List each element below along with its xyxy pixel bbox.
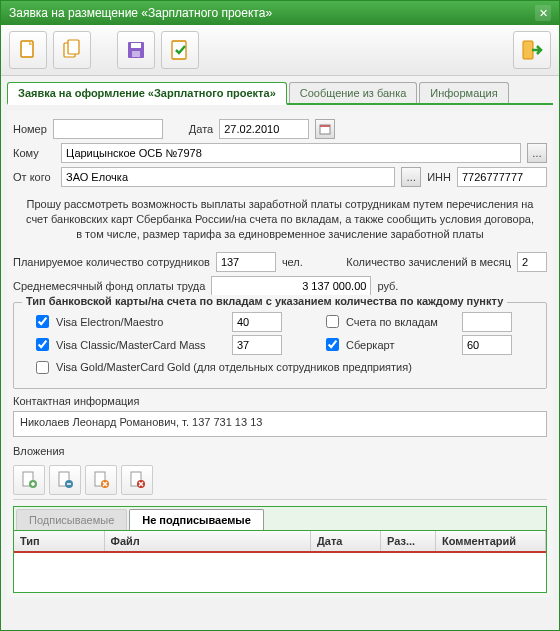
lbl-visa-gold: Visa Gold/MasterCard Gold (для отдельных… [56,361,412,373]
label-credits-month: Количество зачислений в месяц [346,256,511,268]
subtab-signable[interactable]: Подписываемые [16,509,127,530]
cb-visa-electron[interactable] [36,315,49,328]
cb-visa-gold[interactable] [36,361,49,374]
label-inn: ИНН [427,171,451,183]
titlebar: Заявка на размещение «Зарплатного проект… [1,1,559,25]
save-button[interactable] [117,31,155,69]
tab-bank-message[interactable]: Сообщение из банка [289,82,418,103]
lbl-sbercard: Сберкарт [346,339,394,351]
label-planned-emp: Планируемое количество сотрудников [13,256,210,268]
svg-rect-8 [523,41,533,59]
check-button[interactable] [161,31,199,69]
avg-fund-field[interactable] [211,276,371,296]
cb-deposit-accounts[interactable] [326,315,339,328]
col-size[interactable]: Раз... [381,531,436,552]
lbl-deposit-accounts: Счета по вкладам [346,316,438,328]
window-title: Заявка на размещение «Зарплатного проект… [9,6,272,20]
fieldset-legend: Тип банковской карты/на счета по вкладам… [22,295,507,307]
label-people: чел. [282,256,303,268]
lbl-visa-classic: Visa Classic/MasterCard Mass [56,339,206,351]
label-number: Номер [13,123,47,135]
description-text: Прошу рассмотреть возможность выплаты за… [13,191,547,248]
number-field[interactable] [53,119,163,139]
app-window: Заявка на размещение «Зарплатного проект… [0,0,560,631]
attach-delete-button[interactable] [121,465,153,495]
inn-field[interactable] [457,167,547,187]
card-types-fieldset: Тип банковской карты/на счета по вкладам… [13,302,547,389]
svg-rect-10 [320,125,330,127]
col-comment[interactable]: Комментарий [436,531,546,552]
attachment-subtabs: Подписываемые Не подписываемые [13,506,547,531]
tab-info[interactable]: Информация [419,82,508,103]
contact-info-field[interactable]: Николаев Леонард Романович, т. 137 731 1… [13,411,547,437]
attachments-grid[interactable]: Тип Файл Дата Раз... Комментарий [14,531,546,592]
grid-empty [14,552,546,592]
col-date[interactable]: Дата [311,531,381,552]
subtab-not-signable[interactable]: Не подписываемые [129,509,264,530]
label-rub: руб. [377,280,398,292]
svg-rect-7 [172,41,186,59]
count-visa-classic[interactable] [232,335,282,355]
attach-add-button[interactable] [13,465,45,495]
count-visa-electron[interactable] [232,312,282,332]
date-picker-button[interactable] [315,119,335,139]
toolbar [1,25,559,76]
label-attachments: Вложения [13,445,65,457]
count-sbercard[interactable] [462,335,512,355]
svg-rect-3 [68,40,79,54]
planned-emp-field[interactable] [216,252,276,272]
close-button[interactable]: ✕ [535,5,551,21]
count-deposit-accounts[interactable] [462,312,512,332]
from-lookup-button[interactable]: … [401,167,421,187]
cb-visa-classic[interactable] [36,338,49,351]
date-field[interactable] [219,119,309,139]
main-tabs: Заявка на оформление «Зарплатного проект… [7,82,553,105]
label-to: Кому [13,147,55,159]
label-from: От кого [13,171,55,183]
credits-month-field[interactable] [517,252,547,272]
col-file[interactable]: Файл [104,531,311,552]
copy-doc-button[interactable] [53,31,91,69]
attach-open-button[interactable] [49,465,81,495]
form-area: Номер Дата Кому … От кого … ИНН Пр [7,111,553,597]
lbl-visa-electron: Visa Electron/Maestro [56,316,163,328]
from-field[interactable] [61,167,395,187]
attachments-grid-wrap: Тип Файл Дата Раз... Комментарий [13,531,547,593]
to-lookup-button[interactable]: … [527,143,547,163]
exit-button[interactable] [513,31,551,69]
attach-remove-button[interactable] [85,465,117,495]
label-avg-fund: Среднемесячный фонд оплаты труда [13,280,205,292]
tab-application[interactable]: Заявка на оформление «Зарплатного проект… [7,82,287,105]
new-doc-button[interactable] [9,31,47,69]
label-contact: Контактная информация [13,395,139,407]
content-area: Заявка на оформление «Зарплатного проект… [1,76,559,630]
attachment-toolbar [13,461,547,500]
cb-sbercard[interactable] [326,338,339,351]
to-field[interactable] [61,143,521,163]
svg-rect-5 [131,43,141,48]
svg-rect-6 [132,51,140,57]
col-type[interactable]: Тип [14,531,104,552]
label-date: Дата [189,123,213,135]
